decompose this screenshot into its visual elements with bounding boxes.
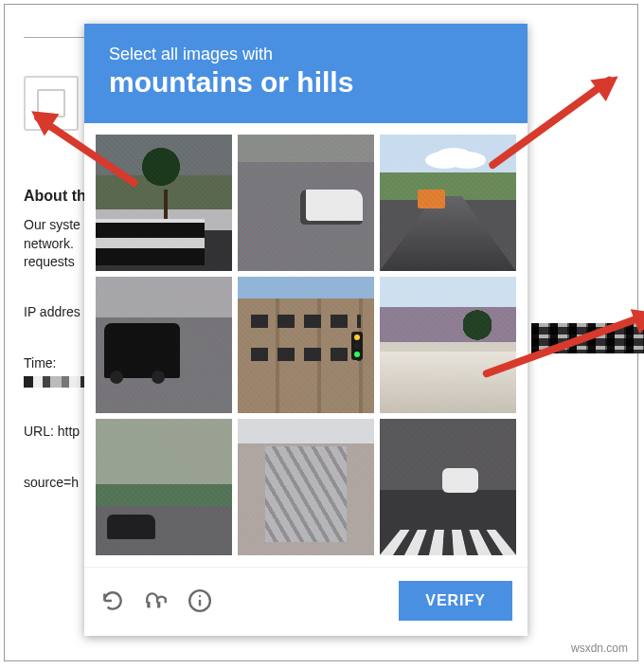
captcha-header: Select all images with mountains or hill…	[84, 24, 528, 123]
captcha-tile-5[interactable]	[238, 277, 374, 413]
captcha-tile-1[interactable]	[96, 135, 232, 271]
captcha-footer-icons	[99, 588, 213, 614]
recaptcha-checkbox[interactable]	[37, 89, 65, 118]
captcha-tile-3[interactable]	[380, 135, 516, 271]
svg-point-2	[199, 595, 201, 597]
recaptcha-anchor[interactable]	[24, 76, 79, 131]
captcha-tile-2[interactable]	[238, 135, 374, 271]
captcha-challenge: Select all images with mountains or hill…	[84, 24, 528, 636]
source-label: source=h	[24, 475, 79, 490]
captcha-tile-9[interactable]	[380, 419, 516, 555]
captcha-prompt-target: mountains or hills	[109, 66, 503, 99]
watermark: wsxdn.com	[571, 642, 628, 655]
captcha-prompt-line1: Select all images with	[109, 45, 503, 64]
url-label: URL: http	[24, 424, 80, 439]
redacted-block	[531, 323, 644, 353]
audio-icon[interactable]	[143, 588, 170, 614]
ip-label: IP addres	[24, 304, 80, 319]
captcha-tile-4[interactable]	[96, 277, 232, 413]
captcha-tile-8[interactable]	[238, 419, 374, 555]
captcha-grid	[84, 123, 528, 567]
reload-icon[interactable]	[99, 588, 126, 614]
info-icon[interactable]	[187, 588, 213, 614]
verify-button[interactable]: VERIFY	[399, 581, 512, 621]
captcha-footer: VERIFY	[84, 567, 528, 636]
captcha-tile-6[interactable]	[380, 277, 516, 413]
page-frame: About th Our syste network. requests IP …	[4, 4, 638, 661]
captcha-tile-7[interactable]	[96, 419, 232, 555]
time-label: Time:	[24, 355, 56, 371]
